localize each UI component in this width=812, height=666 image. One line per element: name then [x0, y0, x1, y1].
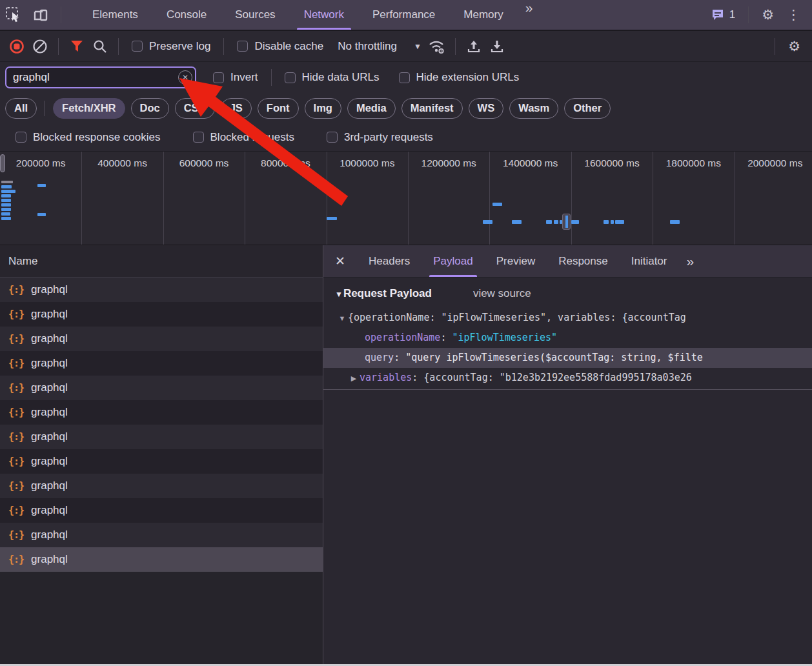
chip-fetch-xhr[interactable]: Fetch/XHR — [53, 98, 125, 119]
divider — [271, 69, 272, 86]
kebab-menu-icon[interactable]: ⋮ — [780, 7, 807, 23]
message-bubble-icon — [711, 8, 725, 22]
clear-filter-icon[interactable]: ✕ — [178, 70, 192, 85]
tab-elements[interactable]: Elements — [83, 0, 148, 30]
request-row[interactable]: {:}graphql — [0, 376, 323, 400]
network-search-button[interactable] — [88, 36, 112, 57]
clear-icon — [32, 38, 48, 55]
disable-cache-label: Disable cache — [254, 40, 323, 53]
topbar-right-controls: 1 ⚙ ⋮ — [704, 0, 812, 30]
json-file-icon: {:} — [8, 480, 24, 492]
chip-doc[interactable]: Doc — [131, 98, 169, 119]
request-timing-bar — [571, 220, 579, 224]
request-row[interactable]: {:}graphql — [0, 523, 323, 547]
collapse-triangle-icon: ▼ — [335, 290, 343, 299]
selected-request-marker — [562, 214, 571, 230]
chip-img[interactable]: Img — [305, 98, 341, 119]
filter-input[interactable] — [5, 66, 196, 88]
network-overview-timeline[interactable]: 2000000 ms1800000 ms1600000 ms1400000 ms… — [0, 151, 812, 245]
chip-other[interactable]: Other — [564, 98, 611, 119]
request-row[interactable]: {:}graphql — [0, 351, 323, 376]
network-conditions-button[interactable] — [425, 36, 449, 57]
view-source-link[interactable]: view source — [473, 287, 531, 300]
chip-js[interactable]: JS — [221, 98, 252, 119]
chip-all[interactable]: All — [5, 98, 37, 119]
network-settings-gear-icon[interactable]: ⚙ — [782, 39, 807, 54]
json-key: query — [365, 352, 394, 363]
payload-root-node[interactable]: ▼{operationName: "ipFlowTimeseries", var… — [323, 308, 812, 328]
request-row[interactable]: {:}graphql — [0, 400, 323, 425]
chip-font[interactable]: Font — [258, 98, 299, 119]
tab-performance[interactable]: Performance — [363, 0, 445, 30]
issues-button[interactable]: 1 — [704, 8, 742, 22]
hide-extension-urls-checkbox[interactable]: Hide extension URLs — [399, 71, 520, 84]
more-tabs-icon[interactable]: » — [518, 0, 540, 30]
name-column-header[interactable]: Name — [0, 245, 323, 278]
request-row[interactable]: {:}graphql — [0, 425, 323, 449]
detail-tab-response[interactable]: Response — [548, 245, 618, 277]
chip-ws[interactable]: WS — [469, 98, 504, 119]
json-string-value: "query ipFlowTimeseries($accountTag: str… — [405, 352, 703, 363]
request-list-panel: Name {:}graphql{:}graphql{:}graphql{:}gr… — [0, 245, 323, 664]
invert-checkbox[interactable]: Invert — [213, 71, 258, 84]
tab-sources[interactable]: Sources — [225, 0, 285, 30]
hide-extension-urls-label: Hide extension URLs — [416, 71, 520, 84]
json-file-icon: {:} — [8, 382, 24, 394]
panel-tabs: Elements Console Sources Network Perform… — [78, 0, 539, 30]
tab-memory[interactable]: Memory — [454, 0, 513, 30]
detail-tab-preview[interactable]: Preview — [486, 245, 545, 277]
more-detail-tabs-icon[interactable]: » — [678, 254, 700, 269]
blocked-requests-checkbox[interactable]: Blocked requests — [193, 131, 294, 144]
chip-css[interactable]: CSS — [175, 98, 215, 119]
settings-gear-icon[interactable]: ⚙ — [755, 7, 780, 23]
request-name: graphql — [31, 357, 68, 370]
hide-data-urls-checkbox[interactable]: Hide data URLs — [285, 71, 380, 84]
throttling-select[interactable]: No throttling ▼ — [338, 40, 421, 53]
disable-cache-checkbox[interactable]: Disable cache — [237, 40, 323, 53]
tab-console[interactable]: Console — [157, 0, 216, 30]
request-row[interactable]: {:}graphql — [0, 498, 323, 523]
detail-tab-headers[interactable]: Headers — [358, 245, 420, 277]
device-toolbar-button[interactable] — [27, 0, 54, 30]
clear-log-button[interactable] — [28, 36, 52, 57]
request-row[interactable]: {:}graphql — [0, 278, 323, 302]
tab-network[interactable]: Network — [294, 0, 354, 30]
payload-variables-row[interactable]: ▶variables: {accountTag: "b12e3b2192ee55… — [323, 368, 812, 388]
third-party-requests-checkbox[interactable]: 3rd-party requests — [327, 131, 433, 144]
request-name: graphql — [31, 479, 68, 492]
payload-query-row[interactable]: query: "query ipFlowTimeseries($accountT… — [323, 348, 812, 368]
json-file-icon: {:} — [8, 358, 24, 369]
request-timing-bar — [483, 220, 492, 224]
detail-tab-payload[interactable]: Payload — [423, 245, 483, 277]
request-row[interactable]: {:}graphql — [0, 327, 323, 351]
resource-type-filter-chips: AllFetch/XHRDocCSSJSFontImgMediaManifest… — [0, 93, 812, 123]
request-payload-header[interactable]: ▼Request Payload — [335, 287, 432, 300]
blocked-filters-row: Blocked response cookies Blocked request… — [0, 123, 812, 151]
preserve-log-checkbox[interactable]: Preserve log — [132, 40, 210, 53]
checkbox-box — [132, 41, 143, 52]
request-timing-bar — [604, 220, 609, 224]
record-button[interactable] — [5, 36, 28, 57]
request-row[interactable]: {:}graphql — [0, 474, 323, 498]
timeline-scroll-thumb[interactable] — [0, 154, 5, 172]
payload-operation-name-row[interactable]: operationName: "ipFlowTimeseries" — [323, 328, 812, 348]
chip-manifest[interactable]: Manifest — [401, 98, 463, 119]
request-row[interactable]: {:}graphql — [0, 547, 323, 572]
request-name: graphql — [31, 406, 68, 419]
request-row[interactable]: {:}graphql — [0, 302, 323, 327]
filter-toggle-button[interactable] — [65, 36, 88, 57]
request-timing-bar — [1, 203, 11, 207]
blocked-response-cookies-label: Blocked response cookies — [33, 131, 161, 144]
request-timing-bar — [512, 220, 522, 224]
detail-tab-initiator[interactable]: Initiator — [621, 245, 678, 277]
import-har-button[interactable] — [462, 36, 485, 57]
chip-wasm[interactable]: Wasm — [509, 98, 558, 119]
blocked-response-cookies-checkbox[interactable]: Blocked response cookies — [15, 131, 161, 144]
export-har-button[interactable] — [485, 36, 509, 57]
request-row[interactable]: {:}graphql — [0, 449, 323, 474]
close-detail-icon[interactable]: ✕ — [323, 254, 357, 268]
chip-media[interactable]: Media — [347, 98, 396, 119]
search-icon — [92, 39, 108, 54]
inspect-element-button[interactable] — [0, 0, 27, 30]
request-timing-bar — [546, 220, 552, 224]
